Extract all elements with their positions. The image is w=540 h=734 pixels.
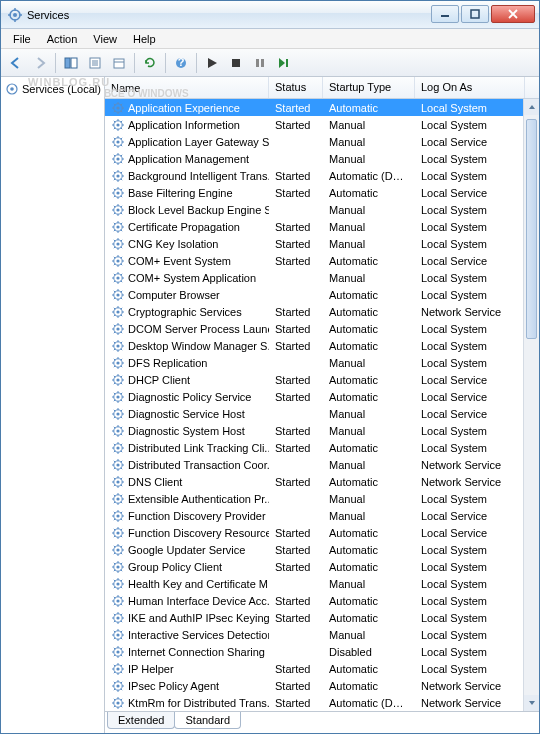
- maximize-button[interactable]: [461, 5, 489, 23]
- start-service-button[interactable]: [201, 52, 223, 74]
- svg-line-225: [114, 433, 115, 434]
- service-name-cell: Internet Connection Sharing ...: [105, 645, 269, 659]
- service-row[interactable]: Certificate PropagationStartedManualLoca…: [105, 218, 539, 235]
- vertical-scrollbar[interactable]: [523, 99, 539, 711]
- restart-service-button[interactable]: [273, 52, 295, 74]
- tab-standard[interactable]: Standard: [174, 712, 241, 729]
- svg-line-313: [121, 586, 122, 587]
- minimize-button[interactable]: [431, 5, 459, 23]
- gear-icon: [111, 356, 125, 370]
- pause-service-button[interactable]: [249, 52, 271, 74]
- service-name-cell: Application Management: [105, 152, 269, 166]
- service-row[interactable]: CNG Key IsolationStartedManualLocal Syst…: [105, 235, 539, 252]
- svg-line-205: [114, 399, 115, 400]
- service-row[interactable]: IP HelperStartedAutomaticLocal System: [105, 660, 539, 677]
- service-status: Started: [269, 238, 323, 250]
- tab-extended[interactable]: Extended: [107, 712, 175, 729]
- service-row[interactable]: Application ExperienceStartedAutomaticLo…: [105, 99, 539, 116]
- service-row[interactable]: Function Discovery Provider ...ManualLoc…: [105, 507, 539, 524]
- scroll-down-button[interactable]: [524, 695, 539, 711]
- service-row[interactable]: Base Filtering EngineStartedAutomaticLoc…: [105, 184, 539, 201]
- service-row[interactable]: COM+ System ApplicationManualLocal Syste…: [105, 269, 539, 286]
- menu-view[interactable]: View: [85, 31, 125, 47]
- column-status[interactable]: Status: [269, 77, 323, 98]
- service-row[interactable]: Application InformetionStartedManualLoca…: [105, 116, 539, 133]
- service-row[interactable]: DNS ClientStartedAutomaticNetwork Servic…: [105, 473, 539, 490]
- service-row[interactable]: Block Level Backup Engine S...ManualLoca…: [105, 201, 539, 218]
- svg-line-193: [121, 382, 122, 383]
- service-row[interactable]: Cryptographic ServicesStartedAutomaticNe…: [105, 303, 539, 320]
- help-button[interactable]: ?: [170, 52, 192, 74]
- svg-line-182: [114, 358, 115, 359]
- column-logon[interactable]: Log On As: [415, 77, 525, 98]
- service-row[interactable]: Diagnostic System HostStartedManualLocal…: [105, 422, 539, 439]
- service-name-cell: Application Informetion: [105, 118, 269, 132]
- service-row[interactable]: Group Policy ClientStartedAutomaticLocal…: [105, 558, 539, 575]
- service-row[interactable]: Interactive Services DetectionManualLoca…: [105, 626, 539, 643]
- service-row[interactable]: Health Key and Certificate M...ManualLoc…: [105, 575, 539, 592]
- service-startup-type: Automatic (Del...: [323, 170, 415, 182]
- service-name: Application Informetion: [128, 119, 240, 131]
- show-hide-tree-button[interactable]: [60, 52, 82, 74]
- service-row[interactable]: Google Updater ServiceStartedAutomaticLo…: [105, 541, 539, 558]
- menu-action[interactable]: Action: [39, 31, 86, 47]
- svg-point-27: [116, 106, 119, 109]
- service-row[interactable]: Computer BrowserAutomaticLocal System: [105, 286, 539, 303]
- service-row[interactable]: KtmRm for Distributed Trans...StartedAut…: [105, 694, 539, 711]
- list-body[interactable]: Application ExperienceStartedAutomaticLo…: [105, 99, 539, 711]
- service-row[interactable]: Diagnostic Policy ServiceStartedAutomati…: [105, 388, 539, 405]
- export-button[interactable]: [108, 52, 130, 74]
- service-row[interactable]: Application Layer Gateway S...ManualLoca…: [105, 133, 539, 150]
- properties-button[interactable]: [84, 52, 106, 74]
- svg-line-203: [121, 399, 122, 400]
- service-row[interactable]: COM+ Event SystemStartedAutomaticLocal S…: [105, 252, 539, 269]
- service-row[interactable]: DCOM Server Process Launc...StartedAutom…: [105, 320, 539, 337]
- service-row[interactable]: IPsec Policy AgentStartedAutomaticNetwor…: [105, 677, 539, 694]
- service-row[interactable]: Distributed Link Tracking Cli...StartedA…: [105, 439, 539, 456]
- svg-line-252: [114, 477, 115, 478]
- service-row[interactable]: Extensible Authentication Pr...ManualLoc…: [105, 490, 539, 507]
- svg-line-134: [121, 273, 122, 274]
- svg-line-355: [114, 654, 115, 655]
- tree-pane[interactable]: Services (Local): [1, 77, 105, 733]
- titlebar[interactable]: Services: [1, 1, 539, 29]
- service-row[interactable]: Human Interface Device Acc...StartedAuto…: [105, 592, 539, 609]
- service-name: Human Interface Device Acc...: [128, 595, 269, 607]
- column-startup[interactable]: Startup Type: [323, 77, 415, 98]
- service-row[interactable]: Internet Connection Sharing ...DisabledL…: [105, 643, 539, 660]
- svg-point-127: [116, 276, 119, 279]
- column-name[interactable]: Name: [105, 77, 269, 98]
- svg-rect-7: [471, 10, 479, 18]
- service-row[interactable]: DHCP ClientStartedAutomaticLocal Service: [105, 371, 539, 388]
- svg-line-84: [121, 188, 122, 189]
- menu-file[interactable]: File: [5, 31, 39, 47]
- tree-root-item[interactable]: Services (Local): [3, 81, 102, 97]
- service-name-cell: DNS Client: [105, 475, 269, 489]
- service-row[interactable]: Function Discovery Resource...StartedAut…: [105, 524, 539, 541]
- svg-line-232: [114, 443, 115, 444]
- stop-service-button[interactable]: [225, 52, 247, 74]
- svg-line-104: [121, 222, 122, 223]
- back-button[interactable]: [5, 52, 27, 74]
- svg-line-255: [114, 484, 115, 485]
- scroll-thumb[interactable]: [526, 119, 537, 339]
- service-row[interactable]: Distributed Transaction Coor...ManualNet…: [105, 456, 539, 473]
- svg-line-65: [114, 161, 115, 162]
- service-row[interactable]: Background Intelligent Trans...StartedAu…: [105, 167, 539, 184]
- service-name: IKE and AuthIP IPsec Keying ...: [128, 612, 269, 624]
- service-row[interactable]: Diagnostic Service HostManualLocal Servi…: [105, 405, 539, 422]
- scroll-up-button[interactable]: [524, 99, 539, 115]
- service-row[interactable]: Application ManagementManualLocal System: [105, 150, 539, 167]
- menu-help[interactable]: Help: [125, 31, 164, 47]
- close-button[interactable]: [491, 5, 535, 23]
- forward-button[interactable]: [29, 52, 51, 74]
- svg-line-354: [121, 647, 122, 648]
- service-status: Started: [269, 527, 323, 539]
- service-row[interactable]: Desktop Window Manager S...StartedAutoma…: [105, 337, 539, 354]
- service-row[interactable]: DFS ReplicationManualLocal System: [105, 354, 539, 371]
- gear-icon: [111, 322, 125, 336]
- refresh-button[interactable]: [139, 52, 161, 74]
- svg-point-157: [116, 327, 119, 330]
- service-row[interactable]: IKE and AuthIP IPsec Keying ...StartedAu…: [105, 609, 539, 626]
- svg-line-294: [121, 545, 122, 546]
